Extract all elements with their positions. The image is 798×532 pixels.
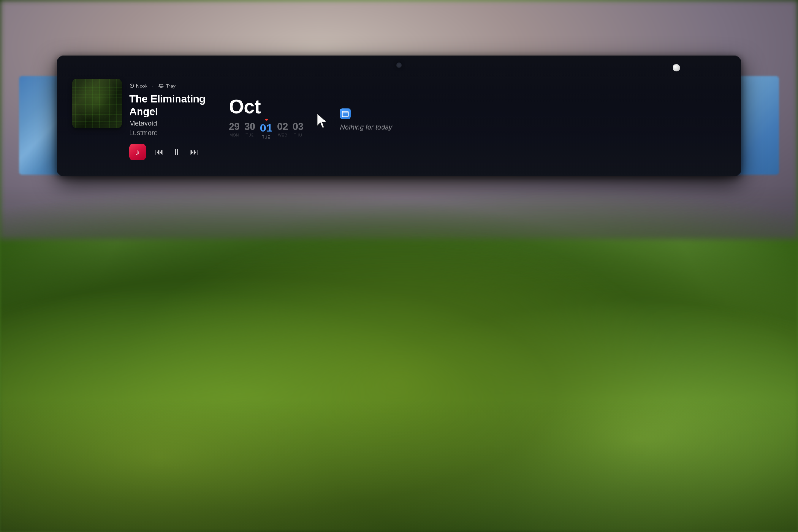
nothing-today-label: Nothing for today (340, 123, 392, 131)
tray-label: Tray (158, 83, 176, 89)
album-art-image (72, 79, 122, 128)
widget-divider (217, 90, 217, 150)
svg-line-1 (131, 85, 132, 87)
calendar-icon (340, 108, 351, 119)
day-number: 29 (229, 121, 240, 133)
date-item: 30TUE (244, 121, 255, 138)
music-app-icon[interactable]: ♪ (129, 144, 146, 160)
prev-button[interactable]: ⏮ (155, 147, 163, 157)
today-dot (265, 118, 268, 120)
day-label: THU (294, 133, 302, 138)
status-dot (673, 64, 680, 71)
date-item: 01TUE (260, 119, 272, 139)
date-item: 29MON (229, 121, 240, 138)
day-number: 02 (277, 121, 288, 133)
camera-dot (396, 62, 402, 68)
day-label: WED (278, 133, 287, 138)
menubar: Nook · Tray The Eliminating Angel (57, 56, 741, 176)
day-number: 03 (293, 121, 304, 133)
track-title: The Eliminating Angel (129, 93, 206, 118)
calendar-icon-row (340, 108, 392, 119)
track-artist: Lustmord (129, 129, 206, 137)
next-button[interactable]: ⏭ (190, 147, 198, 157)
music-note-icon: ♪ (136, 147, 140, 157)
calendar-widget: Oct 29MON30TUE01TUE02WED03THU (229, 97, 304, 139)
pause-button[interactable]: ⏸ (173, 147, 181, 157)
cursor-widget (315, 112, 329, 131)
music-widget: Nook · Tray The Eliminating Angel (72, 79, 206, 160)
day-label: TUE (262, 135, 271, 139)
date-item: 03THU (293, 121, 304, 138)
day-label: MON (230, 133, 239, 138)
day-number: 30 (244, 121, 255, 133)
right-section: Nothing for today (340, 108, 392, 131)
notch-bar: Nook · Tray The Eliminating Angel (57, 56, 741, 176)
svg-rect-2 (342, 111, 348, 117)
month-label: Oct (229, 97, 304, 116)
svg-point-0 (130, 84, 134, 88)
cursor-icon (315, 112, 329, 131)
date-item: 02WED (277, 121, 288, 138)
album-art (72, 79, 122, 128)
playback-controls: ♪ ⏮ ⏸ ⏭ (129, 144, 206, 160)
bottom-bezel (0, 399, 798, 532)
date-strip: 29MON30TUE01TUE02WED03THU (229, 119, 304, 139)
nook-label: Nook (129, 83, 147, 89)
app-label-row: Nook · Tray (129, 83, 206, 89)
separator: · (152, 83, 154, 89)
music-info: Nook · Tray The Eliminating Angel (129, 79, 206, 160)
day-number: 01 (260, 121, 272, 134)
track-album: Metavoid (129, 120, 206, 128)
day-label: TUE (246, 133, 254, 138)
